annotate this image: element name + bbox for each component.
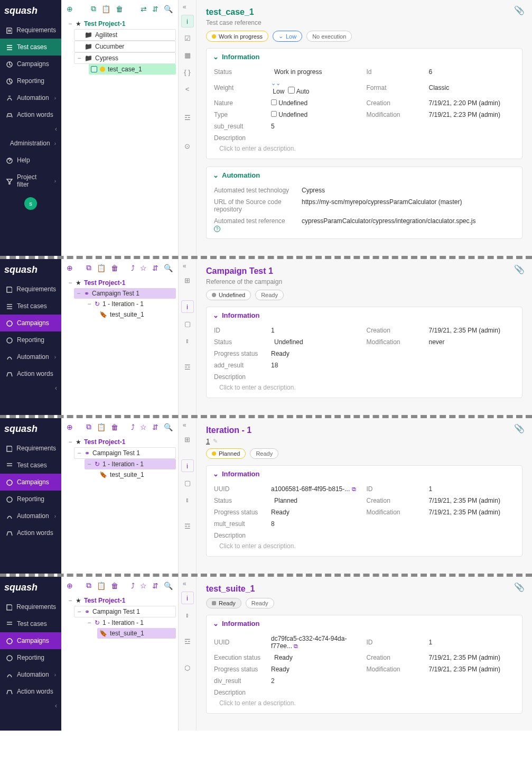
nav-action-words[interactable]: Action words — [0, 365, 61, 382]
attachment-icon[interactable]: 📎 — [514, 582, 525, 592]
vtab-dashboard[interactable]: ⊞ — [181, 274, 194, 287]
vtab-info[interactable]: i — [181, 459, 194, 472]
tree-folder[interactable]: Cucumber — [74, 41, 176, 52]
copy-uuid-icon[interactable]: ⧉ — [294, 643, 298, 649]
tree-campaign[interactable]: −⚭Campaign Test 1 — [74, 288, 176, 299]
nav-requirements[interactable]: Requirements — [0, 598, 61, 615]
delete-icon[interactable]: 🗑 — [111, 423, 118, 431]
vtab-share[interactable]: < — [181, 82, 194, 95]
collapse-detail-icon[interactable]: « — [183, 3, 186, 11]
delete-icon[interactable]: 🗑 — [116, 5, 123, 13]
nav-automation[interactable]: Automation› — [0, 507, 61, 524]
nav-requirements[interactable]: Requirements — [0, 440, 61, 457]
copy-icon[interactable]: ⧉ — [86, 263, 91, 272]
export-icon[interactable]: ⤴ — [131, 582, 135, 590]
filter-icon[interactable]: ⇵ — [152, 5, 158, 13]
nav-reporting[interactable]: Reporting — [0, 72, 61, 89]
add-icon[interactable]: ⊕ — [67, 423, 73, 431]
section-information[interactable]: ⌄Information — [207, 49, 522, 65]
search-icon[interactable]: 🔍 — [164, 264, 173, 272]
nav-help[interactable]: Help — [0, 152, 61, 169]
tree-folder[interactable]: Agilitest — [74, 29, 176, 41]
nav-reporting[interactable]: Reporting — [0, 649, 61, 666]
value-add-result[interactable]: 18 — [271, 362, 357, 369]
help-icon[interactable]: ? — [214, 226, 220, 232]
value-auto-tech[interactable]: Cypress — [302, 187, 515, 194]
tree-folder[interactable]: −Cypress — [74, 52, 176, 64]
nav-reporting[interactable]: Reporting — [0, 491, 61, 507]
value-div-result[interactable]: 2 — [271, 677, 357, 685]
copy-icon[interactable]: ⧉ — [86, 422, 91, 431]
attachment-icon[interactable]: 📎 — [514, 264, 525, 274]
paste-icon[interactable]: 📋 — [97, 582, 106, 590]
tree-campaign[interactable]: −⚭Campaign Test 1 — [74, 606, 176, 617]
nav-action-words[interactable]: Action words — [0, 524, 61, 541]
export-icon[interactable]: ⤴ — [131, 423, 135, 431]
swap-icon[interactable]: ⇄ — [141, 5, 147, 13]
vtab-automation[interactable]: ⬡ — [181, 661, 194, 674]
vtab-calendar[interactable]: ▢ — [181, 317, 194, 330]
paste-icon[interactable]: 📋 — [101, 5, 110, 13]
description-placeholder[interactable]: Click to enter a description. — [214, 541, 515, 550]
nav-administration[interactable]: Administration› — [0, 135, 61, 152]
value-nature[interactable]: Undefined — [271, 99, 357, 107]
chip-status[interactable]: Undefined — [206, 290, 251, 300]
search-icon[interactable]: 🔍 — [164, 582, 173, 590]
tree-test-case[interactable]: test_case_1 — [89, 64, 176, 75]
vtab-exec[interactable]: ⊙ — [181, 140, 194, 152]
favorite-icon[interactable]: ☆ — [140, 582, 147, 590]
tree-suite[interactable]: test_suite_1 — [97, 469, 176, 480]
vtab-stats[interactable]: ⫾ — [181, 608, 194, 621]
description-placeholder[interactable]: Click to enter a description. — [214, 383, 515, 391]
value-sub-result[interactable]: 5 — [271, 123, 357, 130]
add-icon[interactable]: ⊕ — [67, 264, 73, 272]
copy-icon[interactable]: ⧉ — [91, 4, 96, 13]
value-auto-ref[interactable]: cypressParamCalculator/cypress/integrati… — [302, 217, 515, 232]
collapse-detail-icon[interactable]: « — [183, 262, 186, 270]
chip-status[interactable]: Planned — [206, 448, 246, 459]
value-status[interactable]: Work in progress — [271, 68, 357, 76]
nav-campaigns[interactable]: Campaigns — [0, 315, 61, 331]
nav-action-words[interactable]: Action words — [0, 683, 61, 700]
tree-suite[interactable]: test_suite_1 — [97, 309, 176, 320]
value-type[interactable]: Undefined — [271, 111, 357, 118]
tree-iteration[interactable]: −1 - Iteration - 1 — [85, 299, 176, 309]
sidebar-collapse[interactable]: ‹ — [0, 123, 61, 135]
search-icon[interactable]: 🔍 — [164, 423, 173, 431]
tree-iteration[interactable]: −1 - Iteration - 1 — [85, 459, 176, 469]
sidebar-collapse[interactable]: ‹ — [0, 382, 61, 394]
vtab-dashboard[interactable]: ⊞ — [181, 433, 194, 446]
add-icon[interactable]: ⊕ — [67, 5, 73, 13]
vtab-steps[interactable]: ☑ — [181, 32, 194, 44]
vtab-info[interactable]: i — [181, 592, 194, 604]
search-icon[interactable]: 🔍 — [164, 5, 173, 13]
vtab-issues[interactable]: ☲ — [181, 520, 194, 532]
section-automation[interactable]: ⌄Automation — [207, 167, 522, 183]
nav-requirements[interactable]: Requirements — [0, 22, 61, 39]
vtab-issues[interactable]: ☲ — [181, 635, 194, 648]
nav-campaigns[interactable]: Campaigns — [0, 632, 61, 649]
vtab-issues[interactable]: ☲ — [181, 361, 194, 373]
auto-checkbox[interactable] — [288, 87, 295, 94]
value-exec-status[interactable]: Ready — [271, 654, 357, 661]
sidebar-collapse[interactable]: ‹ — [0, 700, 61, 712]
nav-action-words[interactable]: Action words — [0, 106, 61, 123]
nav-test-cases[interactable]: Test cases — [0, 39, 61, 56]
nav-test-cases[interactable]: Test cases — [0, 615, 61, 632]
nav-test-cases[interactable]: Test cases — [0, 298, 61, 315]
value-weight[interactable]: ⌄⌄ Low Auto — [271, 80, 357, 95]
user-avatar[interactable]: s — [24, 197, 37, 210]
collapse-detail-icon[interactable]: « — [183, 421, 186, 429]
vtab-script[interactable]: { } — [181, 66, 194, 78]
copy-uuid-icon[interactable]: ⧉ — [352, 486, 356, 492]
nav-project-filter[interactable]: Project filter› — [0, 169, 61, 193]
vtab-stats[interactable]: ⫾ — [181, 334, 194, 347]
favorite-icon[interactable]: ☆ — [140, 423, 147, 431]
sort-icon[interactable]: ⇵ — [152, 264, 158, 272]
reference[interactable]: 1 — [206, 437, 210, 445]
attachment-icon[interactable]: 📎 — [514, 423, 525, 433]
tree-campaign[interactable]: −⚭Campaign Test 1 — [74, 447, 176, 459]
vtab-issues[interactable]: ☲ — [181, 111, 194, 124]
section-information[interactable]: ⌄Information — [207, 466, 522, 482]
collapse-detail-icon[interactable]: « — [183, 580, 186, 587]
